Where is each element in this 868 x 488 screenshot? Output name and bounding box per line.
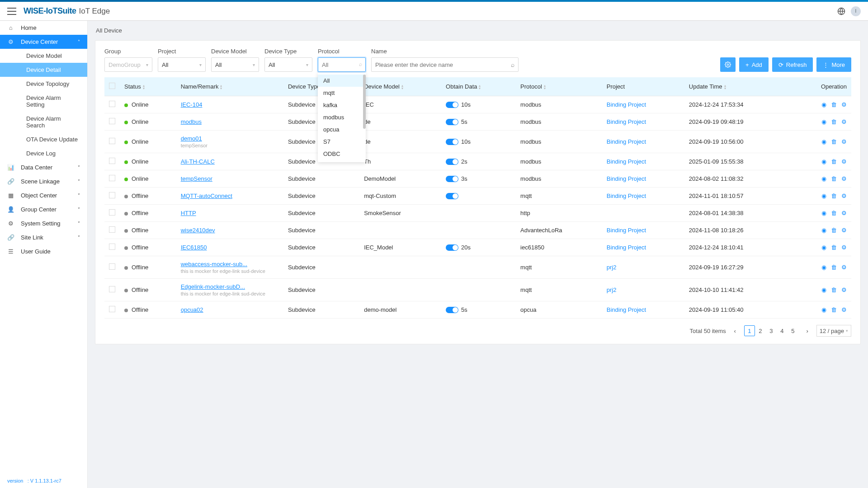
project-link[interactable]: prj2 bbox=[607, 264, 617, 271]
sidebar-item[interactable]: ⚙Device Center˄ bbox=[0, 35, 87, 49]
scrollbar-thumb[interactable] bbox=[363, 75, 366, 129]
row-checkbox[interactable] bbox=[109, 192, 115, 198]
dropdown-option[interactable]: mqtt bbox=[318, 87, 366, 99]
sidebar-item[interactable]: ⚙System Setting˅ bbox=[0, 216, 87, 230]
delete-icon[interactable]: 🗑 bbox=[831, 244, 837, 251]
config-icon[interactable]: ⚙ bbox=[841, 286, 847, 293]
dropdown-option[interactable]: S7 bbox=[318, 136, 366, 148]
delete-icon[interactable]: 🗑 bbox=[831, 118, 837, 125]
device-name-link[interactable]: tempSensor bbox=[181, 175, 279, 182]
config-icon[interactable]: ⚙ bbox=[841, 210, 847, 216]
project-link[interactable]: Binding Project bbox=[607, 244, 646, 251]
device-name-link[interactable]: webaccess-mocker-sub... bbox=[181, 261, 279, 267]
sidebar-item[interactable]: Device Model bbox=[0, 49, 87, 63]
eye-icon[interactable]: ◉ bbox=[821, 192, 826, 199]
project-link[interactable]: Binding Project bbox=[607, 101, 646, 108]
delete-icon[interactable]: 🗑 bbox=[831, 306, 837, 313]
config-icon[interactable]: ⚙ bbox=[841, 138, 847, 145]
config-icon[interactable]: ⚙ bbox=[841, 101, 847, 108]
obtain-toggle[interactable] bbox=[446, 159, 458, 165]
pager-pagesize-select[interactable]: 12 / page▾ bbox=[816, 325, 851, 337]
eye-icon[interactable]: ◉ bbox=[821, 138, 826, 145]
sidebar-item[interactable]: Device Topology bbox=[0, 77, 87, 91]
eye-icon[interactable]: ◉ bbox=[821, 244, 826, 251]
pager-page[interactable]: 5 bbox=[788, 325, 798, 336]
pager-page[interactable]: 1 bbox=[744, 325, 755, 336]
row-checkbox[interactable] bbox=[109, 175, 115, 181]
sidebar-item[interactable]: OTA Device Update bbox=[0, 132, 87, 146]
dropdown-option[interactable]: ODBC bbox=[318, 148, 366, 160]
device-name-link[interactable]: IEC-104 bbox=[181, 101, 279, 108]
sidebar-item[interactable]: Device Alarm Setting bbox=[0, 91, 87, 112]
eye-icon[interactable]: ◉ bbox=[821, 227, 826, 234]
delete-icon[interactable]: 🗑 bbox=[831, 227, 837, 234]
delete-icon[interactable]: 🗑 bbox=[831, 101, 837, 108]
row-checkbox[interactable] bbox=[109, 286, 115, 292]
refresh-button[interactable]: ⟳Refresh bbox=[772, 57, 813, 72]
device-name-link[interactable]: wise2410dev bbox=[181, 227, 279, 234]
select-all-checkbox[interactable] bbox=[109, 83, 115, 89]
device-name-link[interactable]: demo01 bbox=[181, 135, 279, 142]
pager-page[interactable]: 4 bbox=[777, 325, 788, 336]
pager-page[interactable]: 2 bbox=[755, 325, 766, 336]
sidebar-item[interactable]: ▦Object Center˅ bbox=[0, 188, 87, 202]
row-checkbox[interactable] bbox=[109, 138, 115, 144]
row-checkbox[interactable] bbox=[109, 118, 115, 124]
dropdown-option[interactable]: opcua bbox=[318, 123, 366, 136]
row-checkbox[interactable] bbox=[109, 209, 115, 216]
menu-toggle-icon[interactable] bbox=[7, 8, 16, 15]
project-link[interactable]: Binding Project bbox=[607, 138, 646, 145]
row-checkbox[interactable] bbox=[109, 263, 115, 270]
obtain-toggle[interactable] bbox=[446, 139, 458, 145]
sidebar-item[interactable]: ☰User Guide bbox=[0, 244, 87, 258]
sidebar-item[interactable]: Device Alarm Search bbox=[0, 112, 87, 132]
dropdown-option[interactable]: modbus bbox=[318, 111, 366, 123]
row-checkbox[interactable] bbox=[109, 158, 115, 164]
delete-icon[interactable]: 🗑 bbox=[831, 138, 837, 145]
table-header[interactable]: Status▴▾ bbox=[120, 77, 176, 96]
config-icon[interactable]: ⚙ bbox=[841, 244, 847, 251]
row-checkbox[interactable] bbox=[109, 226, 115, 233]
pager-page[interactable]: 3 bbox=[766, 325, 777, 336]
delete-icon[interactable]: 🗑 bbox=[831, 192, 837, 199]
sidebar-item[interactable]: 🔗Site Link˅ bbox=[0, 230, 87, 244]
dropdown-option[interactable]: kafka bbox=[318, 99, 366, 111]
project-select[interactable]: All▾ bbox=[158, 57, 206, 72]
device-name-link[interactable]: Edgelink-mocker-subD... bbox=[181, 283, 279, 290]
config-icon[interactable]: ⚙ bbox=[841, 175, 847, 182]
project-link[interactable]: Binding Project bbox=[607, 158, 646, 165]
pager-next[interactable]: › bbox=[802, 325, 813, 336]
delete-icon[interactable]: 🗑 bbox=[831, 210, 837, 216]
group-select[interactable]: DemoGroup▾ bbox=[104, 57, 152, 72]
config-icon[interactable]: ⚙ bbox=[841, 306, 847, 313]
table-header[interactable]: Obtain Data▴▾ bbox=[441, 77, 516, 96]
sidebar-item[interactable]: Device Log bbox=[0, 146, 87, 160]
obtain-toggle[interactable] bbox=[446, 307, 458, 313]
config-icon[interactable]: ⚙ bbox=[841, 118, 847, 125]
pager-prev[interactable]: ‹ bbox=[730, 325, 741, 336]
device-name-link[interactable]: MQTT-autoConnect bbox=[181, 192, 279, 199]
add-button[interactable]: +Add bbox=[739, 57, 769, 72]
config-icon[interactable]: ⚙ bbox=[841, 158, 847, 165]
search-icon[interactable]: ⌕ bbox=[511, 61, 514, 68]
config-icon[interactable]: ⚙ bbox=[841, 227, 847, 234]
obtain-toggle[interactable] bbox=[446, 176, 458, 182]
device-name-link[interactable]: IEC61850 bbox=[181, 244, 279, 251]
delete-icon[interactable]: 🗑 bbox=[831, 175, 837, 182]
globe-icon[interactable] bbox=[837, 7, 845, 15]
table-header[interactable]: Operation bbox=[792, 77, 851, 96]
project-link[interactable]: Binding Project bbox=[607, 227, 646, 234]
device-type-select[interactable]: All▾ bbox=[264, 57, 312, 72]
eye-icon[interactable]: ◉ bbox=[821, 175, 826, 182]
obtain-toggle[interactable] bbox=[446, 193, 458, 199]
project-link[interactable]: Binding Project bbox=[607, 192, 646, 199]
device-name-link[interactable]: Ali-TH-CALC bbox=[181, 158, 279, 165]
device-name-link[interactable]: HTTP bbox=[181, 210, 279, 216]
device-name-input[interactable]: ⌕ bbox=[371, 57, 519, 72]
table-header[interactable]: Name/Remark▴▾ bbox=[176, 77, 283, 96]
delete-icon[interactable]: 🗑 bbox=[831, 158, 837, 165]
device-name-link[interactable]: modbus bbox=[181, 118, 279, 125]
row-checkbox[interactable] bbox=[109, 306, 115, 312]
table-header[interactable]: Project bbox=[602, 77, 684, 96]
obtain-toggle[interactable] bbox=[446, 102, 458, 108]
